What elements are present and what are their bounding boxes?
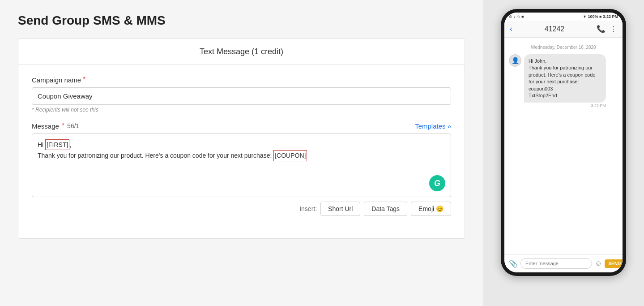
insert-label: Insert: (299, 205, 317, 212)
form-card-header: Text Message (1 credit) (18, 39, 465, 65)
back-icon[interactable]: ‹ (510, 24, 512, 34)
message-section-header: Message * 56/1 Templates » (32, 122, 451, 130)
message-required-star: * (62, 122, 64, 130)
message-label-group: Message * 56/1 (32, 122, 79, 130)
phone-header-actions: 📞 ⋮ (597, 25, 617, 33)
message-row: 👤 Hi John, Thank you for patronizing our… (509, 54, 618, 108)
message-content-display[interactable]: Hi [FIRST], Thank you for patronizing ou… (32, 134, 451, 197)
phone-contact-number: 41242 (545, 25, 565, 33)
message-post1: , (69, 141, 71, 148)
phone-header: ‹ 41242 📞 ⋮ (504, 21, 623, 38)
status-left-icons: ⊙ ↓ ☆ ■ (509, 14, 524, 19)
message-field-group: Message * 56/1 Templates » Hi [FIRST], T… (32, 122, 451, 216)
templates-link[interactable]: Templates » (415, 122, 451, 130)
phone-preview: ⊙ ↓ ☆ ■ ▼ 100% ■ 3:22 PM ‹ 41242 📞 ⋮ Wed… (483, 0, 644, 306)
phone-call-icon[interactable]: 📞 (597, 25, 606, 33)
attach-icon[interactable]: 📎 (509, 259, 518, 268)
campaign-field-group: Campaign name * * Recipients will not se… (32, 76, 451, 113)
bubble-time: 3:22 PM (524, 103, 606, 108)
grammarly-button[interactable]: G (429, 175, 445, 191)
message-textarea-wrapper: Hi [FIRST], Thank you for patronizing ou… (32, 134, 451, 197)
phone-input-bar: 📎 ☺ SEND (504, 254, 623, 272)
campaign-hint: * Recipients will not see this (32, 107, 451, 113)
short-url-button[interactable]: Short Url (320, 202, 360, 216)
coupon-tag: [COUPON] (273, 150, 307, 161)
avatar: 👤 (509, 54, 521, 67)
form-card: Text Message (1 credit) Campaign name * … (18, 39, 465, 239)
first-tag: [FIRST] (45, 139, 69, 150)
grammarly-icon: G (434, 179, 440, 188)
phone-status-bar: ⊙ ↓ ☆ ■ ▼ 100% ■ 3:22 PM (504, 13, 623, 21)
message-pre2: Thank you for patronizing our product. H… (38, 152, 273, 159)
phone-text-input[interactable] (520, 258, 592, 269)
data-tags-button[interactable]: Data Tags (364, 202, 407, 216)
phone-send-button[interactable]: SEND (605, 259, 623, 268)
insert-row: Insert: Short Url Data Tags Emoji 😊 (32, 202, 451, 216)
phone-device: ⊙ ↓ ☆ ■ ▼ 100% ■ 3:22 PM ‹ 41242 📞 ⋮ Wed… (501, 9, 626, 276)
phone-emoji-icon[interactable]: ☺ (595, 259, 602, 267)
status-right-text: ▼ 100% ■ 3:22 PM (583, 14, 618, 19)
phone-more-icon[interactable]: ⋮ (610, 25, 617, 33)
campaign-name-input[interactable] (32, 87, 451, 105)
message-label-text: Message (32, 122, 59, 130)
date-divider: Wednesday, December 16, 2020 (509, 45, 618, 50)
avatar-icon: 👤 (512, 57, 519, 64)
phone-messages: Wednesday, December 16, 2020 👤 Hi John, … (504, 38, 623, 254)
message-bubble-wrapper: Hi John, Thank you for patronizing our p… (524, 54, 606, 108)
phone-screen: ⊙ ↓ ☆ ■ ▼ 100% ■ 3:22 PM ‹ 41242 📞 ⋮ Wed… (504, 13, 623, 272)
form-body: Campaign name * * Recipients will not se… (18, 65, 465, 238)
page-title: Send Group SMS & MMS (18, 13, 465, 28)
campaign-label-text: Campaign name (32, 76, 81, 84)
message-bubble: Hi John, Thank you for patronizing our p… (524, 54, 606, 103)
emoji-button[interactable]: Emoji 😊 (411, 202, 451, 216)
campaign-required-star: * (83, 76, 85, 84)
campaign-label: Campaign name * (32, 76, 451, 84)
message-counter: 56/1 (67, 122, 79, 129)
message-pre1: Hi (38, 141, 45, 148)
